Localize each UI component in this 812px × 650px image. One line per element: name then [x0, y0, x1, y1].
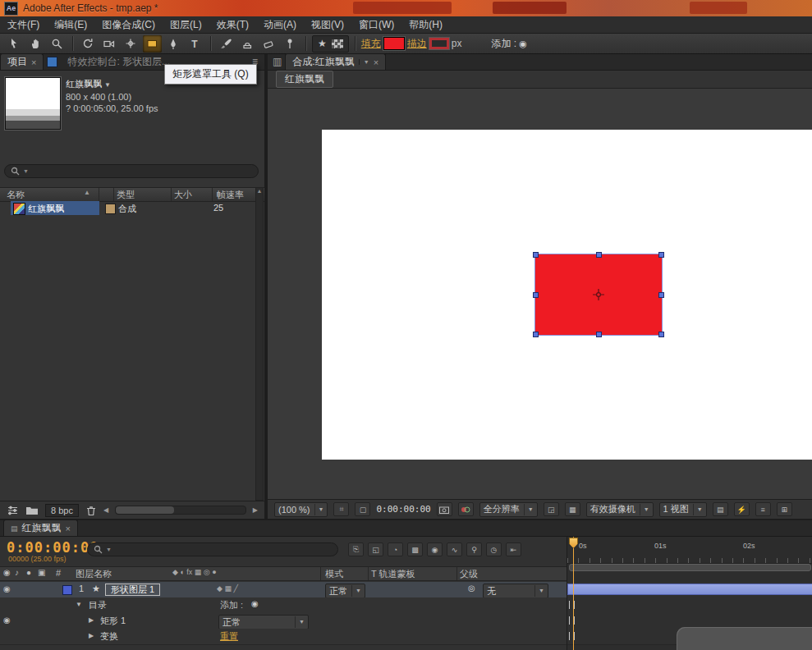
layer-duration-bar[interactable]	[567, 584, 812, 595]
group-row-transform[interactable]: ▶ 变换 重置	[0, 629, 567, 645]
layer-mode-select[interactable]: 正常 ▼	[325, 584, 365, 598]
project-row-composition[interactable]: 红旗飘飘 合成 25	[0, 201, 264, 215]
color-depth-button[interactable]: 8 bpc	[45, 504, 79, 517]
col-parent[interactable]: 父级	[460, 568, 478, 580]
time-ruler[interactable]: 0s 01s 02s	[567, 537, 812, 564]
playhead-line[interactable]	[573, 537, 574, 650]
tab-timeline[interactable]: ▤ 红旗飘飘 ×	[3, 520, 78, 536]
track-row-layer[interactable]	[567, 582, 812, 598]
eye-icon[interactable]: ◉	[3, 616, 11, 625]
col-index[interactable]: #	[56, 568, 61, 578]
magnification-select[interactable]: (100 %) ▼	[274, 502, 328, 517]
rect-mask-tool-icon[interactable]	[143, 35, 162, 53]
chevron-down-icon[interactable]: ▼	[104, 81, 111, 89]
preview-timecode[interactable]: 0:00:00:00	[376, 504, 430, 515]
menu-effect[interactable]: 效果(T)	[209, 16, 256, 33]
breadcrumb-comp-button[interactable]: 红旗飘飘	[276, 71, 333, 88]
transparency-grid-icon[interactable]: ▦	[565, 502, 580, 516]
col-rate[interactable]: 帧速率	[217, 189, 244, 201]
menu-window[interactable]: 窗口(W)	[351, 16, 401, 33]
close-icon[interactable]: ×	[31, 57, 36, 67]
selection-handle[interactable]	[658, 332, 664, 337]
camera-select[interactable]: 有效摄像机 ▼	[586, 502, 654, 517]
expand-icon[interactable]: ⇤	[506, 542, 521, 556]
sort-ascending-icon[interactable]: ▲	[84, 189, 90, 196]
twirl-right-icon[interactable]: ▶	[89, 632, 94, 639]
fill-options-link[interactable]: 填充	[361, 37, 381, 51]
clone-stamp-tool-icon[interactable]	[238, 35, 257, 53]
checkerboard-icon[interactable]	[332, 39, 343, 48]
menu-view[interactable]: 视图(V)	[304, 16, 351, 33]
view-layout-select[interactable]: 1 视图 ▼	[659, 502, 707, 517]
menu-animation[interactable]: 动画(A)	[256, 16, 304, 33]
transform-reset-link[interactable]: 重置	[220, 630, 238, 643]
star-icon[interactable]: ★	[318, 38, 327, 49]
col-track-matte[interactable]: T 轨道蒙板	[371, 568, 415, 580]
draft-3d-icon[interactable]: ◱	[368, 542, 383, 556]
project-vertical-scrollbar[interactable]: ▲	[255, 187, 264, 501]
group-row-rectangle[interactable]: ◉ ▶ 矩形 1 正常 ▼	[0, 613, 567, 629]
channels-icon[interactable]	[458, 502, 474, 516]
frame-blend-icon[interactable]: ▩	[407, 542, 423, 556]
selection-handle[interactable]	[533, 332, 539, 337]
chevron-down-icon[interactable]: ▼	[359, 59, 369, 65]
selection-tool-icon[interactable]	[5, 35, 24, 53]
scroll-right-icon[interactable]: ▶	[253, 506, 258, 514]
selection-handle[interactable]	[658, 252, 664, 258]
hand-tool-icon[interactable]	[26, 35, 45, 53]
project-horizontal-scrollbar[interactable]	[115, 506, 246, 515]
selection-handle[interactable]	[533, 252, 539, 258]
layer-row-shape-layer[interactable]: ◉ 1 ★ 形状图层 1 ◆ ▦ ╱ 正常 ▼ ◎ 无 ▼	[0, 582, 567, 598]
eye-icon[interactable]: ◉	[3, 584, 11, 593]
selection-handle[interactable]	[596, 252, 602, 258]
timeline-search[interactable]: ▼	[87, 542, 338, 556]
flowchart-button-icon[interactable]: ⊞	[777, 502, 792, 516]
snapshot-icon[interactable]	[437, 502, 452, 516]
motion-blur-icon[interactable]: ◉	[427, 542, 443, 556]
app-logo-icon[interactable]: Ae	[4, 2, 18, 16]
pen-tool-icon[interactable]	[164, 35, 183, 53]
new-folder-icon[interactable]	[25, 505, 39, 515]
brush-tool-icon[interactable]	[217, 35, 236, 53]
menu-layer[interactable]: 图层(L)	[163, 16, 209, 33]
menu-edit[interactable]: 编辑(E)	[47, 16, 94, 33]
rotation-tool-icon[interactable]	[79, 35, 98, 53]
twirl-right-icon[interactable]: ▶	[89, 616, 94, 624]
timeline-track-area[interactable]: 0s 01s 02s	[567, 537, 812, 650]
trash-icon[interactable]	[85, 505, 97, 516]
rectangle-blend-mode-select[interactable]: 正常 ▼	[218, 615, 309, 629]
eraser-tool-icon[interactable]	[259, 35, 278, 53]
col-mode[interactable]: 模式	[325, 568, 343, 580]
current-time-display[interactable]: 0:00:00:00	[7, 539, 99, 556]
camera-tool-icon[interactable]	[100, 35, 119, 53]
text-tool-icon[interactable]: T	[186, 35, 204, 53]
col-type[interactable]: 类型	[117, 189, 135, 201]
fast-previews-icon[interactable]: ⚡	[734, 502, 750, 516]
add-property-menu-icon[interactable]: ◉	[251, 599, 259, 608]
mini-flowchart-icon[interactable]: ⎘	[348, 542, 364, 556]
zoom-tool-icon[interactable]	[48, 35, 67, 53]
menu-file[interactable]: 文件(F)	[0, 16, 47, 33]
pixel-aspect-icon[interactable]: ▤	[713, 502, 728, 516]
stroke-options-link[interactable]: 描边	[407, 37, 427, 51]
add-shape-menu-icon[interactable]: ◉	[519, 39, 527, 49]
selection-handle[interactable]	[658, 292, 664, 298]
project-search[interactable]: ▼	[4, 164, 259, 178]
hide-shy-icon[interactable]: ◔	[388, 542, 403, 556]
layer-switches-icons[interactable]: ◆ ▦ ╱	[217, 584, 238, 593]
anchor-point-icon[interactable]	[593, 289, 604, 300]
puppet-pin-tool-icon[interactable]	[281, 35, 300, 53]
red-rectangle-shape[interactable]	[535, 254, 662, 335]
composition-viewer[interactable]	[268, 89, 812, 499]
camera-shy-icon[interactable]: ⚲	[466, 542, 482, 556]
work-area-bar[interactable]	[569, 564, 811, 571]
stroke-color-swatch[interactable]	[429, 38, 449, 49]
selection-handle[interactable]	[596, 332, 602, 337]
pan-behind-tool-icon[interactable]	[122, 35, 140, 53]
twirl-down-icon[interactable]: ▼	[76, 601, 82, 608]
col-layer-name[interactable]: 图层名称	[76, 568, 112, 580]
parent-select[interactable]: 无 ▼	[483, 584, 548, 598]
tab-composition[interactable]: 合成:红旗飘飘 ▼ ×	[285, 53, 386, 70]
composition-canvas[interactable]	[322, 130, 812, 460]
layer-color-swatch[interactable]	[62, 585, 72, 595]
